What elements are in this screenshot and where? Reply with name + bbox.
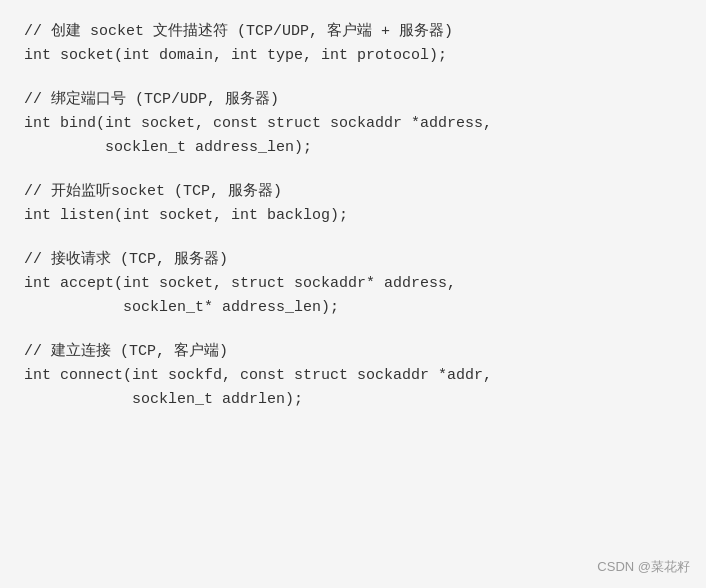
code-listen: int listen(int socket, int backlog); <box>24 204 682 228</box>
comment-listen: // 开始监听socket (TCP, 服务器) <box>24 180 682 204</box>
comment-connect: // 建立连接 (TCP, 客户端) <box>24 340 682 364</box>
section-listen: // 开始监听socket (TCP, 服务器) int listen(int … <box>24 180 682 228</box>
section-connect: // 建立连接 (TCP, 客户端) int connect(int sockf… <box>24 340 682 412</box>
section-bind: // 绑定端口号 (TCP/UDP, 服务器) int bind(int soc… <box>24 88 682 160</box>
code-socket: int socket(int domain, int type, int pro… <box>24 44 682 68</box>
code-bind-1: int bind(int socket, const struct sockad… <box>24 112 682 136</box>
code-connect-1: int connect(int sockfd, const struct soc… <box>24 364 682 388</box>
comment-bind: // 绑定端口号 (TCP/UDP, 服务器) <box>24 88 682 112</box>
code-connect-2: socklen_t addrlen); <box>24 388 682 412</box>
code-bind-2: socklen_t address_len); <box>24 136 682 160</box>
comment-socket: // 创建 socket 文件描述符 (TCP/UDP, 客户端 + 服务器) <box>24 20 682 44</box>
watermark: CSDN @菜花籽 <box>597 558 690 576</box>
code-accept-1: int accept(int socket, struct sockaddr* … <box>24 272 682 296</box>
section-socket: // 创建 socket 文件描述符 (TCP/UDP, 客户端 + 服务器) … <box>24 20 682 68</box>
code-accept-2: socklen_t* address_len); <box>24 296 682 320</box>
code-block: // 创建 socket 文件描述符 (TCP/UDP, 客户端 + 服务器) … <box>24 20 682 412</box>
section-accept: // 接收请求 (TCP, 服务器) int accept(int socket… <box>24 248 682 320</box>
code-container: // 创建 socket 文件描述符 (TCP/UDP, 客户端 + 服务器) … <box>0 0 706 588</box>
comment-accept: // 接收请求 (TCP, 服务器) <box>24 248 682 272</box>
